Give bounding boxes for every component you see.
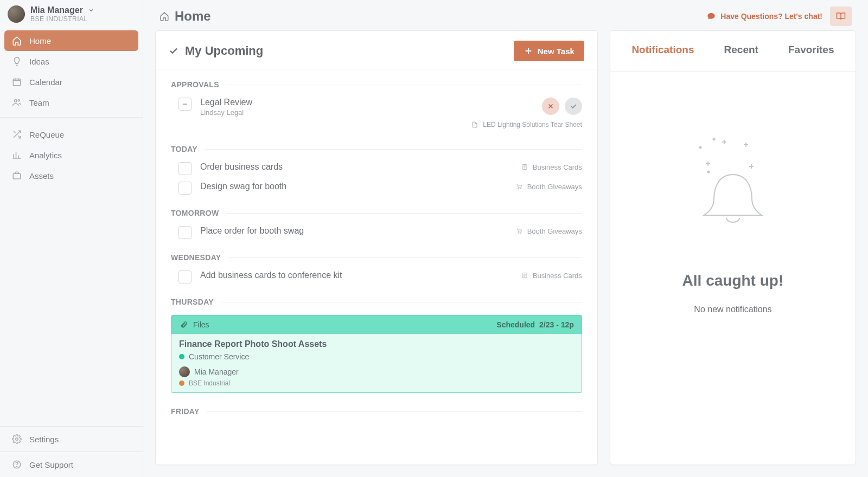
task-checkbox[interactable] [178, 182, 192, 195]
nav-group-main: Home Ideas Calendar Team [0, 26, 143, 115]
gear-icon [12, 434, 22, 444]
event-org: BSE Industrial [189, 379, 230, 387]
empty-title: All caught up! [682, 272, 784, 289]
guide-button[interactable] [830, 7, 852, 26]
empty-subtitle: No new notifications [694, 305, 771, 314]
new-task-button[interactable]: New Task [514, 41, 584, 61]
event-tag: Customer Service [189, 352, 249, 361]
help-icon [12, 460, 22, 469]
sidebar-item-label: Ideas [29, 57, 49, 66]
reject-button[interactable] [542, 98, 559, 115]
sidebar-item-label: Settings [29, 435, 59, 444]
svg-point-8 [518, 188, 519, 189]
home-icon [12, 36, 22, 46]
svg-point-11 [520, 233, 521, 234]
doc-icon [470, 120, 480, 130]
task-meta[interactable]: Business Cards [520, 270, 582, 280]
plus-icon [524, 46, 533, 56]
event-badge: Files [193, 320, 209, 329]
sidebar-item-requeue[interactable]: ReQueue [4, 124, 138, 145]
tab-recent[interactable]: Recent [720, 42, 763, 58]
svg-point-2 [18, 100, 20, 101]
task-row[interactable]: Place order for booth swag Booth Giveawa… [156, 223, 597, 242]
chat-link[interactable]: Have Questions? Let's chat! [706, 11, 822, 21]
task-row[interactable]: Order business cards Business Cards [156, 159, 597, 178]
profile-org: BSE INDUSTRIAL [30, 15, 135, 23]
sidebar-item-settings[interactable]: Settings [0, 426, 143, 452]
sidebar-item-team[interactable]: Team [4, 92, 138, 113]
note-icon [520, 162, 529, 172]
task-title: Add business cards to conference kit [200, 270, 511, 280]
note-icon [520, 270, 529, 280]
cart-icon [514, 226, 524, 236]
event-card[interactable]: Files Scheduled 2/23 - 12p Finance Repor… [171, 315, 582, 393]
task-checkbox[interactable] [178, 226, 192, 239]
svg-point-15 [713, 139, 714, 140]
sidebar-item-label: Analytics [29, 151, 62, 160]
approval-checkbox[interactable] [178, 98, 192, 111]
new-task-label: New Task [538, 47, 575, 56]
task-row[interactable]: Design swag for booth Booth Giveaways [156, 178, 597, 198]
org-dot [179, 381, 184, 386]
team-icon [12, 98, 22, 107]
chat-link-text: Have Questions? Let's chat! [720, 12, 822, 21]
notifications-panel: Notifications Recent Favorites [610, 30, 856, 465]
main-header: Home Have Questions? Let's chat! [143, 0, 868, 30]
avatar [8, 5, 25, 23]
sidebar-item-label: Get Support [29, 460, 73, 469]
upcoming-title: My Upcoming [185, 44, 263, 58]
upcoming-panel: My Upcoming New Task APPROVALS [155, 30, 598, 465]
event-title: Finance Report Photo Shoot Assets [179, 339, 574, 349]
task-meta[interactable]: Business Cards [520, 162, 582, 172]
task-meta[interactable]: Booth Giveaways [514, 182, 582, 191]
profile-block[interactable]: Mia Manager BSE INDUSTRIAL [0, 0, 143, 26]
task-title: Place order for booth swag [200, 226, 506, 236]
task-row[interactable]: Add business cards to conference kit Bus… [156, 267, 597, 287]
sidebar-item-support[interactable]: Get Support [0, 452, 143, 477]
chevron-down-icon[interactable] [86, 5, 96, 15]
section-thursday-label: THURSDAY [156, 287, 597, 312]
sidebar-item-assets[interactable]: Assets [4, 165, 138, 186]
notifications-empty: All caught up! No new notifications [610, 72, 856, 314]
event-schedule-value: 2/23 - 12p [539, 320, 574, 329]
task-checkbox[interactable] [178, 270, 192, 283]
chart-icon [12, 150, 22, 160]
sidebar-item-label: Calendar [29, 78, 62, 87]
bell-icon [690, 131, 776, 240]
tab-favorites[interactable]: Favorites [784, 42, 838, 58]
profile-name: Mia Manager [30, 5, 83, 15]
approve-button[interactable] [565, 98, 582, 115]
briefcase-icon [12, 171, 22, 181]
shuffle-icon [12, 130, 22, 139]
sidebar-item-ideas[interactable]: Ideas [4, 51, 138, 72]
approval-attachment[interactable]: LED Lighting Solutions Tear Sheet [156, 120, 597, 134]
task-title: Design swag for booth [200, 182, 506, 191]
svg-point-4 [16, 438, 18, 441]
calendar-icon [12, 77, 22, 87]
sidebar-item-home[interactable]: Home [4, 30, 138, 51]
task-checkbox[interactable] [178, 162, 192, 175]
svg-point-9 [520, 188, 521, 189]
sidebar: Mia Manager BSE INDUSTRIAL Home Ide [0, 0, 143, 477]
sidebar-item-label: Team [29, 98, 49, 107]
section-tomorrow-label: TOMORROW [156, 198, 597, 223]
chat-icon [706, 11, 716, 21]
svg-point-1 [15, 100, 17, 102]
task-meta[interactable]: Booth Giveaways [514, 226, 582, 236]
approval-assignee: Lindsay Legal [200, 108, 533, 117]
book-icon [836, 11, 846, 21]
svg-point-10 [518, 233, 519, 234]
svg-point-13 [699, 147, 701, 149]
section-wednesday-label: WEDNESDAY [156, 242, 597, 267]
section-today-label: TODAY [156, 134, 597, 159]
bulb-icon [12, 56, 22, 66]
task-title: Order business cards [200, 162, 511, 172]
cart-icon [514, 182, 524, 191]
approval-row[interactable]: Legal Review Lindsay Legal [156, 94, 597, 120]
sidebar-item-analytics[interactable]: Analytics [4, 145, 138, 165]
sidebar-item-calendar[interactable]: Calendar [4, 72, 138, 92]
tab-notifications[interactable]: Notifications [627, 42, 698, 58]
sidebar-footer: Settings Get Support [0, 426, 143, 477]
svg-point-14 [707, 171, 709, 173]
avatar [179, 366, 190, 377]
